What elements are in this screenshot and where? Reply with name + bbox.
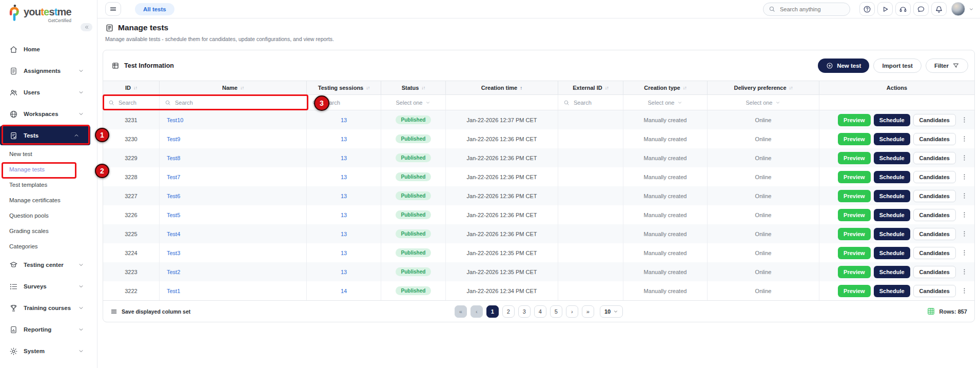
- row-menu-icon[interactable]: [961, 230, 968, 238]
- candidates-button[interactable]: Candidates: [913, 266, 956, 278]
- row-menu-icon[interactable]: [961, 154, 968, 162]
- preview-button[interactable]: Preview: [838, 171, 871, 183]
- row-menu-icon[interactable]: [961, 192, 968, 200]
- candidates-button[interactable]: Candidates: [913, 285, 956, 297]
- preview-button[interactable]: Preview: [838, 152, 871, 164]
- pagination-first-button[interactable]: «: [455, 305, 467, 318]
- sidebar-item-surveys[interactable]: Surveys: [0, 276, 97, 297]
- pagination-prev-button[interactable]: ‹: [471, 305, 483, 318]
- sessions-link[interactable]: 13: [341, 155, 347, 161]
- schedule-button[interactable]: Schedule: [874, 228, 910, 240]
- sidebar-item-reporting[interactable]: Reporting: [0, 319, 97, 340]
- sidebar-item-question-pools[interactable]: Question pools: [0, 208, 97, 223]
- preview-button[interactable]: Preview: [838, 247, 871, 259]
- sessions-link[interactable]: 13: [341, 212, 347, 218]
- test-name-link[interactable]: Test8: [167, 155, 180, 161]
- row-menu-icon[interactable]: [961, 173, 968, 181]
- pagination-page-5[interactable]: 5: [550, 305, 562, 318]
- test-name-link[interactable]: Test1: [167, 288, 180, 294]
- filter-cell-creation-type[interactable]: Select one: [623, 95, 708, 110]
- column-header-delivery-preference[interactable]: Delivery preference↓↑: [708, 81, 819, 94]
- page-size-select[interactable]: 10: [600, 305, 623, 318]
- sidebar-item-testing-center[interactable]: Testing center: [0, 254, 97, 276]
- candidates-button[interactable]: Candidates: [913, 228, 956, 240]
- sessions-link[interactable]: 13: [341, 117, 347, 123]
- test-name-link[interactable]: Test7: [167, 174, 180, 180]
- row-menu-icon[interactable]: [961, 249, 968, 257]
- filter-cell-name[interactable]: [160, 95, 307, 110]
- pagination-page-3[interactable]: 3: [518, 305, 531, 318]
- pagination-page-4[interactable]: 4: [534, 305, 546, 318]
- content-menu-button[interactable]: [105, 2, 121, 16]
- schedule-button[interactable]: Schedule: [874, 114, 910, 126]
- pagination-page-2[interactable]: 2: [502, 305, 515, 318]
- schedule-button[interactable]: Schedule: [874, 247, 910, 259]
- pagination-page-1[interactable]: 1: [486, 305, 499, 318]
- test-name-link[interactable]: Test4: [167, 231, 180, 237]
- row-menu-icon[interactable]: [961, 116, 968, 124]
- schedule-button[interactable]: Schedule: [874, 266, 910, 278]
- column-header-name[interactable]: Name↓↑: [160, 81, 307, 94]
- pagination-last-button[interactable]: »: [582, 305, 594, 318]
- global-search-input[interactable]: [779, 6, 840, 13]
- sidebar-item-test-templates[interactable]: Test templates: [0, 177, 97, 192]
- column-header-id[interactable]: ID↓↑: [103, 81, 160, 94]
- schedule-button[interactable]: Schedule: [874, 209, 910, 221]
- sessions-link[interactable]: 13: [341, 250, 347, 256]
- preview-button[interactable]: Preview: [838, 285, 871, 297]
- sidebar-item-manage-tests[interactable]: Manage tests: [0, 162, 97, 177]
- sessions-link[interactable]: 13: [341, 269, 347, 275]
- help-button[interactable]: [859, 2, 875, 16]
- support-button[interactable]: [895, 2, 911, 16]
- preview-button[interactable]: Preview: [838, 133, 871, 145]
- row-menu-icon[interactable]: [961, 211, 968, 219]
- filter-search-name[interactable]: [174, 99, 301, 106]
- preview-button[interactable]: Preview: [838, 114, 871, 126]
- candidates-button[interactable]: Candidates: [913, 190, 956, 202]
- sidebar-item-home[interactable]: Home: [0, 38, 97, 60]
- candidates-button[interactable]: Candidates: [913, 247, 956, 259]
- tab-all-tests[interactable]: All tests: [135, 3, 174, 15]
- row-menu-icon[interactable]: [961, 287, 968, 295]
- preview-button[interactable]: Preview: [838, 209, 871, 221]
- schedule-button[interactable]: Schedule: [874, 152, 910, 164]
- candidates-button[interactable]: Candidates: [913, 171, 956, 183]
- sessions-link[interactable]: 13: [341, 174, 347, 180]
- preview-button[interactable]: Preview: [838, 228, 871, 240]
- schedule-button[interactable]: Schedule: [874, 285, 910, 297]
- new-test-button[interactable]: New test: [818, 59, 869, 73]
- filter-cell-external-id[interactable]: [558, 95, 623, 110]
- preview-button[interactable]: Preview: [838, 190, 871, 202]
- candidates-button[interactable]: Candidates: [913, 114, 956, 126]
- sidebar-item-grading-scales[interactable]: Grading scales: [0, 223, 97, 239]
- candidates-button[interactable]: Candidates: [913, 133, 956, 145]
- test-name-link[interactable]: Test9: [167, 136, 180, 142]
- sidebar-item-new-test[interactable]: New test: [0, 146, 97, 162]
- play-button[interactable]: [877, 2, 893, 16]
- row-menu-icon[interactable]: [961, 135, 968, 143]
- test-name-link[interactable]: Test10: [167, 117, 183, 123]
- filter-cell-status[interactable]: Select one: [381, 95, 446, 110]
- filter-button[interactable]: Filter: [926, 59, 968, 73]
- sidebar-item-tests[interactable]: Tests: [0, 126, 90, 145]
- column-header-actions[interactable]: Actions: [819, 81, 974, 94]
- sidebar-item-workspaces[interactable]: Workspaces: [0, 103, 97, 125]
- avatar[interactable]: [951, 2, 965, 16]
- global-search[interactable]: [763, 3, 850, 16]
- sidebar-collapse-button[interactable]: [81, 23, 92, 31]
- schedule-button[interactable]: Schedule: [874, 133, 910, 145]
- sessions-link[interactable]: 13: [341, 231, 347, 237]
- filter-search-external-id[interactable]: [573, 99, 618, 106]
- sidebar-item-manage-certificates[interactable]: Manage certificates: [0, 192, 97, 208]
- candidates-button[interactable]: Candidates: [913, 209, 956, 221]
- column-header-status[interactable]: Status↓↑: [381, 81, 446, 94]
- column-header-testing-sessions[interactable]: Testing sessions↓↑: [307, 81, 381, 94]
- sessions-link[interactable]: 13: [341, 136, 347, 142]
- candidates-button[interactable]: Candidates: [913, 152, 956, 164]
- chat-button[interactable]: [913, 2, 929, 16]
- sidebar-item-training-courses[interactable]: Training courses: [0, 297, 97, 319]
- notifications-button[interactable]: [931, 2, 947, 16]
- column-header-external-id[interactable]: External ID↓↑: [558, 81, 623, 94]
- schedule-button[interactable]: Schedule: [874, 171, 910, 183]
- chevron-down-icon[interactable]: [969, 7, 974, 12]
